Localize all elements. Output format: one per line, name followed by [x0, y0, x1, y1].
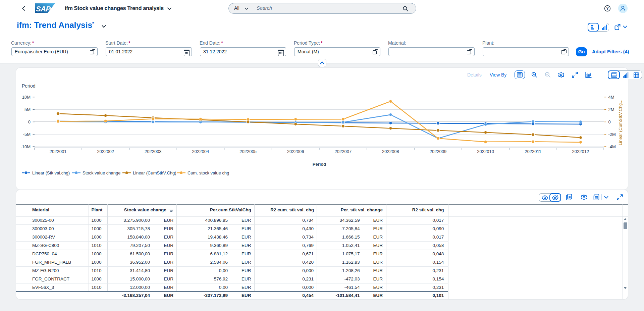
svg-text:2022010: 2022010 [477, 149, 494, 154]
svg-text:?: ? [606, 6, 609, 11]
svg-text:Linear (Stk val.chg): Linear (Stk val.chg) [32, 170, 70, 175]
svg-text:2022001: 2022001 [50, 149, 67, 154]
svg-text:5M: 5M [24, 107, 31, 112]
svg-text:Linear (CumStkV.Chg): Linear (CumStkV.Chg) [133, 170, 176, 175]
svg-text:4M: 4M [608, 95, 614, 100]
svg-text:2022002: 2022002 [97, 149, 114, 154]
svg-text:10M: 10M [22, 95, 31, 100]
svg-text:Stock value change: Stock value change [83, 170, 120, 175]
svg-text:-2M: -2M [608, 132, 616, 137]
svg-text:-4M: -4M [608, 144, 616, 149]
svg-text:2022006: 2022006 [287, 149, 304, 154]
svg-text:2M: 2M [608, 107, 614, 112]
svg-text:-10M: -10M [20, 144, 31, 149]
svg-text:2022008: 2022008 [382, 149, 399, 154]
svg-text:2022007: 2022007 [334, 149, 352, 154]
svg-text:2022012: 2022012 [572, 149, 589, 154]
svg-text:2022005: 2022005 [239, 149, 257, 154]
svg-text:Period: Period [313, 162, 326, 167]
svg-text:SAP: SAP [36, 5, 51, 13]
svg-text:Cum. stock value chg: Cum. stock value chg [187, 170, 229, 175]
svg-text:2022011: 2022011 [525, 149, 541, 154]
svg-text:-5M: -5M [23, 132, 31, 137]
svg-text:0: 0 [608, 119, 611, 124]
svg-text:2022004: 2022004 [192, 149, 209, 154]
svg-text:2022003: 2022003 [145, 149, 162, 154]
svg-text:0: 0 [28, 119, 31, 124]
svg-text:Linear (CumStkV.Chg...: Linear (CumStkV.Chg... [618, 100, 623, 145]
svg-text:2022009: 2022009 [430, 149, 447, 154]
